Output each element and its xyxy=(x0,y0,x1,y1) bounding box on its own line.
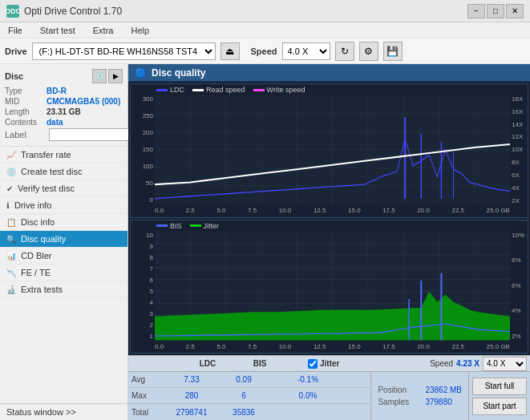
total-row: Total 2798741 35836 xyxy=(128,404,370,420)
menu-file[interactable]: File xyxy=(3,25,27,36)
y2-6: 6 xyxy=(150,277,153,284)
disc-mid-label: MID xyxy=(5,97,47,106)
jitter-check-area: Jitter xyxy=(308,359,388,369)
chart2-y-left: 10 9 8 7 6 5 4 3 2 1 xyxy=(131,232,155,341)
legend-bis: BIS xyxy=(156,222,182,230)
legend-bis-label: BIS xyxy=(170,222,182,230)
disc-quality-title: Disc quality xyxy=(152,67,205,79)
y2-8: 8 xyxy=(150,254,153,261)
sidebar-item-extra-tests[interactable]: 🔬 Extra tests xyxy=(0,281,127,298)
disc-quality-header: 🔵 Disc quality xyxy=(128,64,530,82)
sidebar-item-cd-bler[interactable]: 📊 CD Bler xyxy=(0,248,127,265)
disc-length-row: Length 23.31 GB xyxy=(5,107,123,116)
speed-select-stats[interactable]: 4.0 X xyxy=(483,357,527,371)
speed-display-area: Speed 4.23 X 4.0 X xyxy=(430,357,527,371)
x-75: 7.5 xyxy=(248,207,257,214)
yr-18x: 18X xyxy=(512,95,523,103)
legend-jitter-label: Jitter xyxy=(204,222,220,230)
max-row: Max 280 6 0.0% xyxy=(128,388,370,404)
sidebar-item-verify-test-disc[interactable]: ✔ Verify test disc xyxy=(0,180,127,197)
max-jitter: 0.0% xyxy=(268,391,348,400)
menu-extra[interactable]: Extra xyxy=(88,25,119,36)
x2-50: 5.0 xyxy=(216,343,225,350)
ldc-legend: LDC Read speed Write speed xyxy=(156,86,305,94)
disc-icon-1[interactable]: 💿 xyxy=(92,69,107,83)
disc-icon-2[interactable]: ▶ xyxy=(108,69,123,83)
y2-10: 10 xyxy=(146,232,153,239)
samples-row: Samples 379880 xyxy=(378,398,462,406)
sidebar-item-disc-info[interactable]: 📋 Disc info xyxy=(0,214,127,231)
y2-1: 1 xyxy=(150,333,153,340)
disc-contents-label: Contents xyxy=(5,118,47,127)
x2-225: 22.5 xyxy=(451,343,464,350)
yr2-8pct: 8% xyxy=(512,256,521,264)
legend-write-speed: Write speed xyxy=(253,86,305,94)
chart1-y-right: 18X 16X 14X 12X 10X 8X 6X 4X 2X xyxy=(510,95,528,204)
x-25: 2.5 xyxy=(186,207,195,214)
status-window-label: Status window >> xyxy=(6,407,76,417)
menu-help[interactable]: Help xyxy=(126,25,154,36)
avg-bis: 0.09 xyxy=(220,375,268,384)
col-ldc: LDC xyxy=(180,359,236,368)
cd-bler-label: CD Bler xyxy=(21,251,52,260)
menu-start-test[interactable]: Start test xyxy=(35,25,80,36)
x2-250-gb: 25.0 GB xyxy=(487,343,510,350)
avg-row: Avg 7.33 0.09 -0.1% xyxy=(128,372,370,388)
yr-6x: 6X xyxy=(512,172,520,179)
x-175: 17.5 xyxy=(382,207,395,214)
refresh-button[interactable]: ↻ xyxy=(335,42,354,61)
sidebar: Disc 💿 ▶ Type BD-R MID CMCMAGBA5 (000) L… xyxy=(0,64,128,420)
y-label-100: 100 xyxy=(143,163,153,170)
y-label-0: 0 xyxy=(150,196,153,204)
drive-select[interactable]: (F:) HL-DT-ST BD-RE WH16NS58 TST4 xyxy=(32,42,216,60)
x-50: 5.0 xyxy=(216,207,225,214)
sidebar-item-disc-quality[interactable]: 🔍 Disc quality xyxy=(0,231,127,248)
jitter-checkbox[interactable] xyxy=(308,359,318,369)
sidebar-item-create-test-disc[interactable]: 💿 Create test disc xyxy=(0,164,127,180)
status-window-button[interactable]: Status window >> xyxy=(0,403,127,420)
x-150: 15.0 xyxy=(348,207,361,214)
position-row: Position 23862 MB xyxy=(378,386,462,394)
title-bar: ODC Opti Drive Control 1.70 − □ ✕ xyxy=(0,0,530,22)
legend-read-speed-color xyxy=(192,89,204,91)
y2-7: 7 xyxy=(150,265,153,273)
chart2-y-right: 10% 8% 6% 4% 2% xyxy=(510,232,528,341)
transfer-rate-label: Transfer rate xyxy=(21,150,71,160)
eject-button[interactable]: ⏏ xyxy=(220,42,240,60)
create-test-disc-icon: 💿 xyxy=(6,168,16,176)
start-full-button[interactable]: Start full xyxy=(472,378,527,395)
disc-icon-area: 💿 ▶ xyxy=(92,69,123,83)
yr-14x: 14X xyxy=(512,121,523,128)
app-icon: ODC xyxy=(6,5,19,18)
y-label-250: 250 xyxy=(143,112,153,119)
y2-2: 2 xyxy=(150,321,153,329)
disc-info-panel: Disc 💿 ▶ Type BD-R MID CMCMAGBA5 (000) L… xyxy=(0,64,127,147)
sidebar-item-transfer-rate[interactable]: 📈 Transfer rate xyxy=(0,147,127,164)
x-125: 12.5 xyxy=(314,207,326,214)
bis-legend: BIS Jitter xyxy=(156,222,219,230)
create-test-disc-label: Create test disc xyxy=(21,167,82,176)
yr-10x: 10X xyxy=(512,146,523,153)
x2-100: 10.0 xyxy=(279,343,292,350)
disc-length-value: 23.31 GB xyxy=(47,107,81,116)
position-label: Position xyxy=(378,386,422,394)
sidebar-item-fe-te[interactable]: 📉 FE / TE xyxy=(0,265,127,281)
maximize-button[interactable]: □ xyxy=(487,4,504,18)
disc-quality-icon: 🔍 xyxy=(6,235,16,244)
start-part-button[interactable]: Start part xyxy=(472,398,527,415)
total-ldc: 2798741 xyxy=(164,408,220,417)
position-value: 23862 MB xyxy=(425,386,462,394)
fe-te-label: FE / TE xyxy=(21,268,51,277)
drive-label: Drive xyxy=(5,46,27,56)
close-button[interactable]: ✕ xyxy=(506,4,524,18)
minimize-button[interactable]: − xyxy=(467,4,485,18)
sidebar-item-drive-info[interactable]: ℹ Drive info xyxy=(0,197,127,214)
menu-bar: File Start test Extra Help xyxy=(0,22,530,38)
settings-button[interactable]: ⚙ xyxy=(359,42,378,61)
disc-mid-value: CMCMAGBA5 (000) xyxy=(47,97,120,106)
cd-bler-icon: 📊 xyxy=(6,252,16,260)
speed-select[interactable]: 4.0 X xyxy=(282,42,330,60)
save-button[interactable]: 💾 xyxy=(383,42,403,61)
samples-label: Samples xyxy=(378,398,422,406)
yr-16x: 16X xyxy=(512,108,523,115)
